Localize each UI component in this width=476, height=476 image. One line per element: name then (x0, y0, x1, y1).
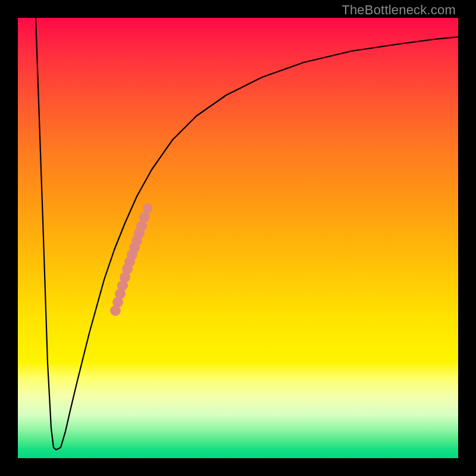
chart-frame: TheBottleneck.com (0, 0, 476, 476)
plot-area (18, 18, 458, 458)
highlight-point (139, 212, 150, 223)
bottleneck-curve (36, 18, 458, 450)
highlight-points (110, 203, 152, 316)
chart-svg (18, 18, 458, 458)
watermark-text: TheBottleneck.com (342, 2, 456, 18)
highlight-point (143, 203, 152, 213)
